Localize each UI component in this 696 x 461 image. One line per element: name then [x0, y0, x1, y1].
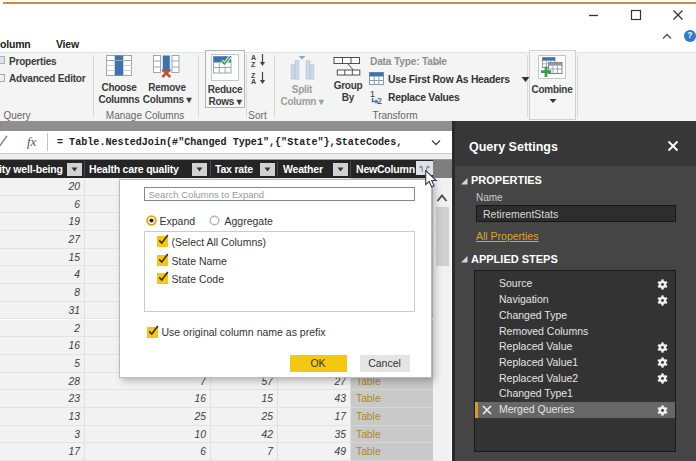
svg-text:A: A — [251, 54, 256, 61]
svg-text:A: A — [251, 78, 256, 84]
svg-text:1: 1 — [370, 89, 375, 99]
svg-text:Z: Z — [251, 61, 256, 68]
svg-text:2: 2 — [377, 96, 382, 105]
